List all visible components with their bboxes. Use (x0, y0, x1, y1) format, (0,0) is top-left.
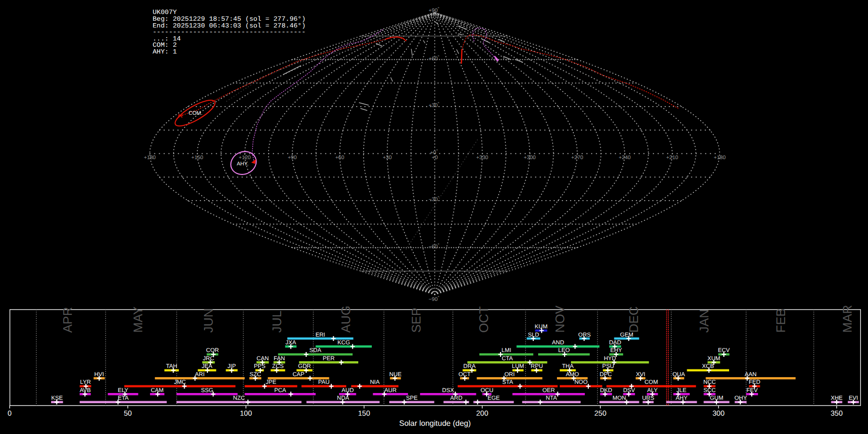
svg-text:JLE: JLE (677, 387, 687, 393)
svg-text:KUM: KUM (535, 323, 548, 330)
svg-text:OCT: OCT (459, 371, 471, 378)
svg-text:EHY: EHY (610, 347, 622, 353)
svg-text:FED: FED (749, 379, 760, 385)
svg-text:DSV: DSV (623, 387, 635, 393)
svg-text:ALY: ALY (647, 387, 658, 393)
svg-text:SDA: SDA (310, 347, 322, 353)
svg-text:DSX: DSX (442, 387, 454, 393)
svg-text:ETA: ETA (118, 394, 128, 401)
svg-text:+180: +180 (144, 155, 156, 161)
svg-text:+240: +240 (619, 155, 631, 161)
svg-text:NCC: NCC (704, 379, 716, 385)
svg-text:NUE: NUE (389, 371, 401, 378)
svg-text:AND: AND (552, 339, 565, 346)
svg-text:OCT: OCT (476, 306, 491, 333)
svg-text:LUM: LUM (512, 363, 524, 369)
svg-text:NZC: NZC (233, 394, 245, 401)
svg-text:XUM: XUM (707, 355, 720, 362)
svg-text:ARD: ARD (450, 394, 463, 401)
svg-text:NDA: NDA (337, 394, 349, 401)
svg-text:COR: COR (206, 347, 219, 353)
svg-text:Solar longitude (deg): Solar longitude (deg) (399, 420, 471, 428)
svg-text:+330: +330 (476, 155, 488, 161)
svg-text:100: 100 (240, 409, 252, 418)
svg-text:ERI: ERI (315, 331, 325, 338)
svg-text:200: 200 (476, 409, 488, 418)
svg-text:+60: +60 (335, 155, 344, 161)
svg-text:PPS: PPS (254, 363, 265, 369)
svg-text:350: 350 (830, 409, 842, 418)
svg-text:NTA: NTA (546, 394, 557, 401)
svg-text:RPU: RPU (531, 363, 543, 369)
svg-text:+150: +150 (191, 155, 203, 161)
svg-text:FEB: FEB (773, 308, 788, 333)
svg-text:DKD: DKD (600, 387, 612, 393)
svg-text:LMI: LMI (502, 347, 511, 353)
svg-text:JAN: JAN (697, 309, 711, 333)
svg-text:+30: +30 (383, 155, 392, 161)
svg-text:OCU: OCU (480, 387, 493, 393)
svg-text:+180: +180 (714, 155, 726, 161)
svg-text:AUR: AUR (384, 387, 397, 393)
svg-text:AAN: AAN (745, 371, 757, 378)
svg-text:JPE: JPE (266, 379, 276, 385)
svg-text:HYD: HYD (604, 355, 616, 362)
svg-text:GEM: GEM (620, 331, 633, 338)
svg-text:GUM: GUM (710, 394, 723, 401)
svg-text:XCB: XCB (702, 363, 714, 369)
svg-text:COM: COM (644, 379, 658, 385)
svg-text:PAU: PAU (318, 379, 330, 385)
svg-text:STA: STA (502, 379, 513, 385)
svg-text:JXA: JXA (285, 339, 296, 346)
svg-text:ECV: ECV (718, 347, 730, 353)
svg-text:AMO: AMO (566, 371, 579, 378)
svg-text:ELY: ELY (118, 387, 128, 393)
svg-text:KSE: KSE (51, 394, 63, 401)
svg-text:DEC: DEC (626, 306, 641, 333)
svg-text:XVI: XVI (636, 371, 645, 378)
svg-text:AHY: AHY (676, 394, 688, 401)
svg-text:URS: URS (642, 394, 654, 401)
svg-text:JRC: JRC (203, 355, 215, 362)
svg-text:PSU: PSU (602, 363, 614, 369)
svg-text:250: 250 (594, 409, 606, 418)
svg-text:XHE: XHE (831, 394, 843, 401)
svg-text:SLD: SLD (528, 331, 540, 338)
svg-text:AUD: AUD (341, 387, 354, 393)
svg-text:CTA: CTA (502, 355, 513, 362)
svg-text:150: 150 (358, 409, 370, 418)
svg-text:COM.: COM. (189, 110, 203, 116)
svg-text:OHY: OHY (734, 394, 747, 401)
svg-text:300: 300 (712, 409, 724, 418)
svg-text:MAR: MAR (840, 305, 854, 333)
svg-text:OER: OER (542, 387, 555, 393)
svg-text:LEO: LEO (558, 347, 570, 353)
svg-text:PER: PER (323, 355, 335, 362)
svg-text:ARI: ARI (195, 371, 204, 378)
svg-text:JUL: JUL (270, 311, 284, 333)
svg-text:GDR: GDR (298, 363, 311, 369)
svg-text:MAY: MAY (131, 307, 145, 333)
svg-text:EGE: EGE (488, 394, 500, 401)
svg-text:FEV: FEV (746, 387, 758, 393)
svg-text:HVI: HVI (95, 371, 104, 378)
svg-text:PCA: PCA (274, 387, 286, 393)
svg-text:CAN: CAN (257, 355, 269, 362)
svg-text:ORS: ORS (578, 331, 591, 338)
svg-text:SZC: SZC (250, 371, 261, 378)
svg-text:THA: THA (562, 363, 573, 369)
svg-text:SCC: SCC (704, 387, 716, 393)
svg-text:NOO: NOO (574, 379, 587, 385)
svg-text:AHY: 1: AHY: 1 (153, 49, 177, 56)
svg-text:APR: APR (60, 307, 75, 333)
svg-text:AVB: AVB (80, 387, 91, 393)
svg-text:JMC: JMC (174, 379, 186, 385)
svg-text:NOV: NOV (553, 305, 567, 333)
svg-text:50: 50 (124, 409, 132, 418)
svg-text:AHY.: AHY. (237, 161, 248, 167)
svg-text:0: 0 (8, 409, 12, 418)
svg-text:NIA: NIA (370, 379, 380, 385)
svg-text:EVI: EVI (849, 394, 858, 401)
svg-text:CAP: CAP (293, 371, 305, 378)
svg-text:SSG: SSG (201, 387, 213, 393)
